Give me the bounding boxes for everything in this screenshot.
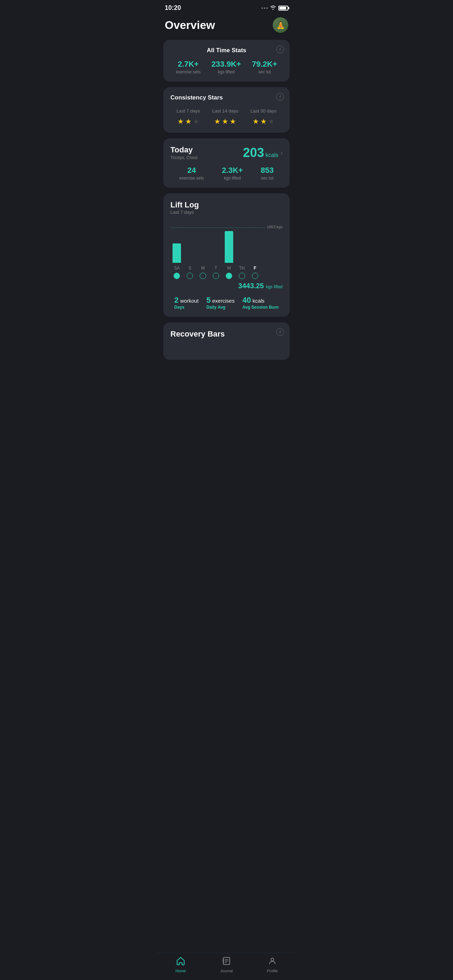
lift-stat-exercises-big: 5 (207, 296, 211, 304)
stars-14days-label: Last 14 days (212, 108, 238, 114)
stars-7days-display: ★ ★ ★ (176, 117, 200, 126)
all-time-stats-title: All Time Stats (170, 47, 283, 54)
star-1: ★ (178, 117, 184, 126)
day-s-dot (187, 273, 193, 279)
stat-kgs-lifted-value: 233.9K+ (211, 60, 241, 69)
star-3: ★ (268, 117, 275, 126)
stars-30days-display: ★ ★ ★ (251, 117, 277, 126)
lift-stat-kcals: 40 kcals Avg Session Burn (242, 296, 279, 310)
lift-stat-kcals-small: kcals (253, 298, 265, 304)
today-sec-tut-value: 853 (261, 166, 274, 175)
stat-sec-tut-value: 79.2K+ (252, 60, 277, 69)
star-2: ★ (185, 117, 192, 126)
status-icons (261, 5, 288, 11)
stat-kgs-lifted: 233.9K+ kgs lifted (211, 60, 241, 75)
all-time-stats-info-icon[interactable]: i (276, 46, 284, 53)
today-title: Today (170, 145, 197, 154)
today-exercise-sets-value: 24 (179, 166, 204, 175)
stat-exercise-sets-value: 2.7K+ (176, 60, 200, 69)
day-sa-label: SA (170, 266, 183, 270)
day-f-label: F (248, 266, 261, 270)
lift-stat-exercises-sub: Daily Avg (207, 305, 235, 310)
today-kgs-lifted-label: kgs lifted (222, 176, 243, 181)
day-th-dot (239, 273, 245, 279)
today-stats-row: 24 exercise sets 2.3K+ kgs lifted 853 se… (170, 166, 283, 181)
lift-stat-workout-days-sub: Days (174, 305, 199, 310)
kgs-total-number: 3443.25 (238, 282, 264, 290)
today-kgs-lifted-value: 2.3K+ (222, 166, 243, 175)
day-sa: SA (170, 266, 183, 279)
lift-log-subtitle: Last 7 days (170, 210, 283, 215)
lift-stat-exercises: 5 exercises Daily Avg (207, 296, 235, 310)
today-exercise-sets: 24 exercise sets (179, 166, 204, 181)
lift-log-card: Lift Log Last 7 days 1863 kgs (163, 193, 290, 317)
day-w-dot (226, 273, 232, 279)
recovery-bars-content (170, 339, 283, 353)
day-f: F (248, 266, 261, 279)
star-3: ★ (230, 117, 236, 126)
status-bar: 10:20 (158, 0, 295, 14)
kgs-total-label: kgs lifted (266, 284, 283, 289)
stat-sec-tut: 79.2K+ sec tut (252, 60, 277, 75)
all-time-stats-card: All Time Stats i 2.7K+ exercise sets 233… (163, 40, 290, 81)
day-f-dot (252, 273, 258, 279)
today-kcals: 203 kcals (243, 145, 278, 160)
recovery-bars-card: i Recovery Bars (163, 323, 290, 360)
scroll-area: All Time Stats i 2.7K+ exercise sets 233… (158, 40, 295, 388)
chart-line-label: 1863 kgs (267, 225, 283, 229)
stars-30days-label: Last 30 days (251, 108, 277, 114)
avatar-image: 🧘 (273, 17, 288, 33)
day-w-label: W (222, 266, 235, 270)
consistency-stars-info-icon[interactable]: i (276, 93, 284, 100)
day-s-label: S (183, 266, 197, 270)
star-2: ★ (222, 117, 228, 126)
bar-sa (170, 243, 183, 263)
wifi-icon (270, 5, 276, 11)
star-1: ★ (253, 117, 259, 126)
lift-stat-workout-days-big: 2 (174, 296, 178, 304)
star-3: ★ (193, 117, 199, 126)
bar-sa-fill (173, 243, 181, 263)
stars-14days-display: ★ ★ ★ (212, 117, 238, 126)
today-left: Today Triceps, Chest (170, 145, 197, 160)
consistency-stars-card: Consistency Stars i Last 7 days ★ ★ ★ La… (163, 87, 290, 133)
recovery-bars-info-icon[interactable]: i (276, 328, 284, 336)
stars-row: Last 7 days ★ ★ ★ Last 14 days ★ ★ ★ Las… (170, 108, 283, 126)
kgs-total-row: 3443.25 kgs lifted (170, 282, 283, 290)
battery-icon (278, 6, 288, 11)
day-th-label: TH (235, 266, 248, 270)
lift-log-chart: 1863 kgs (170, 221, 283, 263)
lift-stat-workout-days: 2 workout Days (174, 296, 199, 310)
today-header: Today Triceps, Chest 203 kcals › (170, 145, 283, 160)
lift-stat-workout-days-small: workout (180, 298, 199, 304)
kcals-number: 203 (243, 145, 264, 160)
chevron-right-icon: › (280, 149, 283, 157)
avatar[interactable]: 🧘 (273, 17, 288, 33)
lift-stat-exercises-small: exercises (212, 298, 235, 304)
recovery-bars-title: Recovery Bars (170, 329, 283, 339)
bar-w-fill (225, 231, 233, 263)
stat-exercise-sets: 2.7K+ exercise sets (176, 60, 200, 75)
stars-group-14days: Last 14 days ★ ★ ★ (212, 108, 238, 126)
stat-sec-tut-label: sec tut (252, 70, 277, 75)
today-kcals-row: 203 kcals › (243, 145, 283, 160)
today-card[interactable]: Today Triceps, Chest 203 kcals › 24 exer… (163, 138, 290, 188)
bars-area (170, 221, 261, 263)
stars-group-7days: Last 7 days ★ ★ ★ (176, 108, 200, 126)
stars-7days-label: Last 7 days (176, 108, 200, 114)
today-sec-tut-label: sec tut (261, 176, 274, 181)
lift-log-header: Lift Log Last 7 days (170, 200, 283, 215)
signal-icon (261, 7, 268, 9)
day-m-dot (200, 273, 206, 279)
days-row: SA S M T W TH (170, 266, 283, 279)
stars-group-30days: Last 30 days ★ ★ ★ (251, 108, 277, 126)
day-m-label: M (197, 266, 210, 270)
lift-stat-kcals-line: 40 kcals (242, 296, 279, 305)
lift-stat-workout-days-line: 2 workout (174, 296, 199, 305)
day-sa-dot (173, 273, 180, 279)
all-time-stats-row: 2.7K+ exercise sets 233.9K+ kgs lifted 7… (170, 60, 283, 75)
lift-stat-kcals-big: 40 (242, 296, 251, 304)
today-exercise-sets-label: exercise sets (179, 176, 204, 181)
today-subtitle: Triceps, Chest (170, 155, 197, 160)
day-m: M (197, 266, 210, 279)
